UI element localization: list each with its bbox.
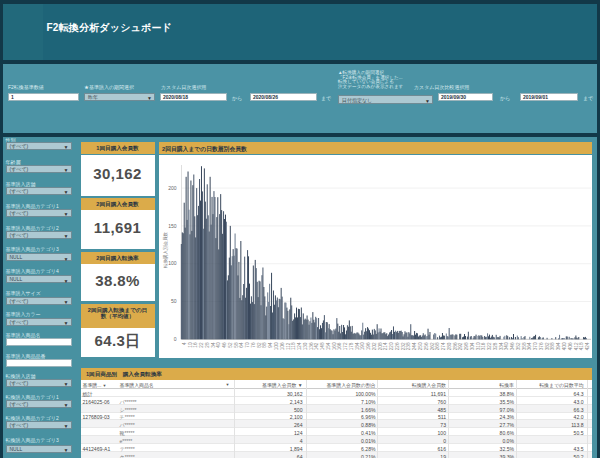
svg-text:64: 64	[239, 342, 244, 348]
svg-text:202: 202	[372, 342, 377, 350]
svg-text:238: 238	[406, 342, 411, 350]
svg-text:382: 382	[545, 342, 550, 350]
svg-text:310: 310	[475, 342, 480, 350]
svg-text:346: 346	[510, 342, 515, 350]
svg-text:292: 292	[458, 342, 463, 350]
svg-text:58: 58	[233, 342, 238, 348]
svg-text:82: 82	[257, 342, 262, 348]
svg-text:298: 298	[464, 342, 469, 350]
svg-text:280: 280	[447, 342, 452, 350]
svg-text:106: 106	[280, 342, 285, 350]
svg-text:268: 268	[435, 342, 440, 350]
svg-text:転換購入別会員数: 転換購入別会員数	[162, 231, 169, 269]
svg-text:340: 340	[504, 342, 509, 350]
svg-text:154: 154	[326, 342, 331, 350]
svg-text:124: 124	[297, 342, 302, 350]
svg-text:130: 130	[303, 342, 308, 350]
svg-text:322: 322	[487, 342, 492, 350]
svg-text:226: 226	[395, 342, 400, 350]
svg-text:304: 304	[470, 342, 475, 350]
svg-text:328: 328	[493, 342, 498, 350]
svg-text:16: 16	[193, 342, 198, 348]
svg-text:412: 412	[573, 342, 578, 350]
svg-text:250: 250	[418, 342, 423, 350]
svg-text:184: 184	[354, 342, 359, 350]
svg-text:10: 10	[187, 342, 192, 348]
svg-text:394: 394	[556, 342, 561, 350]
svg-text:136: 136	[308, 342, 313, 350]
svg-text:50: 50	[171, 298, 177, 304]
svg-text:196: 196	[366, 342, 371, 350]
svg-text:0: 0	[174, 335, 177, 341]
svg-text:94: 94	[268, 342, 273, 348]
svg-text:220: 220	[389, 342, 394, 350]
svg-text:70: 70	[245, 342, 250, 348]
svg-text:316: 316	[481, 342, 486, 350]
svg-text:418: 418	[579, 342, 584, 350]
svg-text:424: 424	[585, 342, 590, 350]
svg-text:244: 244	[412, 342, 417, 350]
svg-text:286: 286	[452, 342, 457, 350]
svg-text:28: 28	[205, 342, 210, 348]
svg-text:100: 100	[274, 342, 279, 350]
svg-text:88: 88	[262, 342, 267, 348]
svg-text:142: 142	[314, 342, 319, 350]
svg-text:256: 256	[424, 342, 429, 350]
svg-text:334: 334	[498, 342, 503, 350]
svg-text:406: 406	[568, 342, 573, 350]
svg-text:112: 112	[285, 342, 290, 350]
svg-text:200: 200	[168, 184, 177, 190]
svg-text:364: 364	[527, 342, 532, 350]
svg-text:190: 190	[360, 342, 365, 350]
svg-text:262: 262	[429, 342, 434, 350]
svg-text:166: 166	[337, 342, 342, 350]
svg-text:22: 22	[199, 342, 204, 348]
svg-text:370: 370	[533, 342, 538, 350]
svg-text:40: 40	[216, 342, 221, 348]
svg-text:52: 52	[228, 342, 233, 348]
svg-text:100: 100	[168, 260, 177, 266]
svg-text:34: 34	[210, 342, 215, 348]
svg-text:118: 118	[291, 342, 296, 350]
svg-text:160: 160	[331, 342, 336, 350]
svg-text:232: 232	[401, 342, 406, 350]
svg-text:274: 274	[441, 342, 446, 350]
svg-text:214: 214	[383, 342, 388, 350]
svg-text:208: 208	[377, 342, 382, 350]
svg-text:76: 76	[251, 342, 256, 348]
svg-text:400: 400	[562, 342, 567, 350]
svg-text:388: 388	[550, 342, 555, 350]
svg-text:148: 148	[320, 342, 325, 350]
svg-text:150: 150	[168, 222, 177, 228]
svg-text:358: 358	[521, 342, 526, 350]
svg-text:46: 46	[222, 342, 227, 348]
svg-text:172: 172	[343, 342, 348, 350]
svg-text:4: 4	[182, 342, 187, 345]
svg-text:376: 376	[539, 342, 544, 350]
svg-text:352: 352	[516, 342, 521, 350]
svg-text:178: 178	[349, 342, 354, 350]
